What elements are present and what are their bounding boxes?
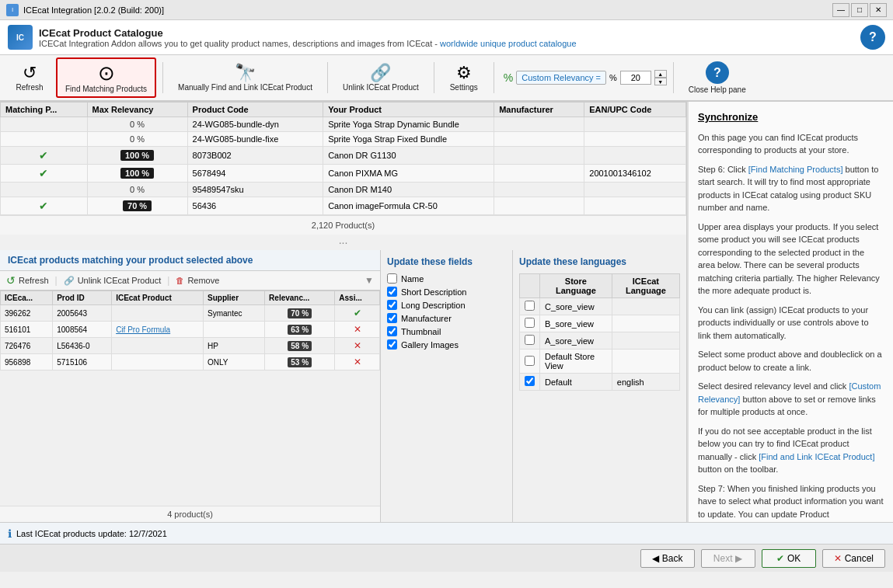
bottom-section: ICEcat products matching your product se… [0, 250, 686, 522]
table-row[interactable]: 0 % 24-WG085-bundle-fixe Sprite Yoga Str… [1, 132, 686, 147]
minimize-button[interactable]: — [832, 3, 849, 17]
matching-refresh-button[interactable]: ↺ Refresh [6, 274, 49, 287]
lang-checkbox[interactable] [525, 335, 535, 345]
status-text: Last ICEcat products update: 12/7/2021 [16, 529, 167, 538]
field-checkbox[interactable] [387, 273, 397, 284]
window-controls[interactable]: — □ ✕ [832, 3, 887, 17]
manual-find-label: Manually Find and Link ICEcat Product [178, 83, 312, 92]
ok-button[interactable]: ✔ OK [762, 549, 816, 568]
lang-checkbox[interactable] [525, 301, 535, 311]
matching-unlink-button[interactable]: 🔗 Unlink ICEcat Product [64, 276, 162, 286]
col-manufacturer: Manufacturer [494, 103, 584, 117]
cell-code: 56436 [187, 197, 323, 215]
col-supplier: Supplier [204, 291, 265, 305]
field-checkbox[interactable] [387, 300, 397, 310]
field-checkbox[interactable] [387, 287, 397, 297]
cell-ean [584, 117, 686, 132]
cell-assigned: ✕ [335, 338, 380, 354]
manual-find-button[interactable]: 🔭 Manually Find and Link ICEcat Product [169, 57, 321, 98]
cell-manufacturer [494, 165, 584, 183]
lang-checkbox-cell[interactable] [520, 350, 540, 374]
app-logo: IC [8, 25, 33, 50]
header-description: ICECat Integration Addon allows you to g… [39, 39, 577, 48]
matching-table-row[interactable]: 516101 1008564 Cif Pro Formula 63 % ✕ [1, 322, 380, 338]
back-label: Back [662, 553, 683, 564]
help-link[interactable]: [Find and Link ICEcat Product] [759, 452, 874, 461]
catalogue-link[interactable]: worldwide unique product catalogue [440, 39, 577, 48]
languages-table: Store Language ICEcat Language C_sore_vi… [519, 273, 680, 391]
cell-icecat-product: Cif Pro Formula [112, 322, 204, 338]
cell-code: 95489547sku [187, 183, 323, 197]
cell-product: Canon DR M140 [323, 183, 494, 197]
help-paragraph: Upper area displays your products. If yo… [698, 221, 884, 297]
matching-unlink-icon: 🔗 [64, 276, 75, 286]
cell-product: Canon PIXMA MG [323, 165, 494, 183]
lang-checkbox[interactable] [525, 318, 535, 328]
help-link[interactable]: [Custom Relevancy] [698, 381, 881, 404]
relevancy-spinner[interactable]: ▲ ▼ [654, 70, 667, 85]
lang-checkbox-cell[interactable] [520, 332, 540, 350]
matching-remove-button[interactable]: 🗑 Remove [176, 276, 219, 285]
cell-ean [584, 147, 686, 165]
matching-table-row[interactable]: 726476 L56436-0 HP 58 % ✕ [1, 338, 380, 354]
close-button[interactable]: ✕ [870, 3, 887, 17]
lang-checkbox-cell[interactable] [520, 298, 540, 315]
relevancy-up-button[interactable]: ▲ [654, 70, 667, 78]
refresh-button[interactable]: ↺ Refresh [6, 57, 53, 98]
field-checkbox[interactable] [387, 326, 397, 336]
back-button[interactable]: ◀ Back [640, 549, 695, 568]
custom-relevancy-button[interactable]: Custom Relevancy = [516, 71, 606, 85]
relevancy-down-button[interactable]: ▼ [654, 78, 667, 85]
find-matching-button[interactable]: ⊙ Find Matching Products [56, 57, 156, 98]
cell-supplier: HP [204, 338, 265, 354]
lang-checkbox[interactable] [525, 356, 535, 366]
table-row[interactable]: ✔ 100 % 5678494 Canon PIXMA MG 200100134… [1, 165, 686, 183]
matching-table-row[interactable]: 956898 5715106 ONLY 53 % ✕ [1, 354, 380, 371]
lang-table-row: B_sore_view [520, 315, 680, 332]
lang-table-row: Default english [520, 374, 680, 391]
close-help-button[interactable]: ? Close Help pane [680, 57, 755, 98]
toolbar-separator-5 [673, 62, 674, 93]
matching-table-row[interactable]: 396262 2005643 Symantec 70 % ✔ [1, 305, 380, 322]
lang-checkbox-cell[interactable] [520, 374, 540, 391]
table-row[interactable]: ✔ 70 % 56436 Canon imageFormula CR-50 [1, 197, 686, 215]
close-help-label: Close Help pane [689, 85, 746, 94]
help-button[interactable]: ? [860, 25, 885, 50]
cancel-button[interactable]: ✕ Cancel [822, 549, 885, 568]
table-row[interactable]: 0 % 24-WG085-bundle-dyn Sprite Yoga Stra… [1, 117, 686, 132]
settings-button[interactable]: ⚙ Settings [441, 57, 487, 98]
cell-relevancy: 100 % [87, 165, 187, 183]
matching-table-container[interactable]: ICEca... Prod ID ICEcat Product Supplier… [0, 291, 380, 506]
help-content: On this page you can find ICEcat product… [698, 131, 884, 521]
unlink-label: Unlink ICEcat Product [343, 83, 419, 92]
field-checkbox[interactable] [387, 313, 397, 323]
col-lang-check [520, 274, 540, 298]
unlink-button[interactable]: 🔗 Unlink ICEcat Product [334, 57, 427, 98]
lang-checkbox-cell[interactable] [520, 315, 540, 332]
cell-icecat-id: 726476 [1, 338, 53, 354]
maximize-button[interactable]: □ [851, 3, 868, 17]
products-table-container[interactable]: Matching P... Max Relevancy Product Code… [0, 102, 686, 215]
cell-ean [584, 183, 686, 197]
lang-checkbox[interactable] [525, 376, 535, 386]
field-checkbox[interactable] [387, 339, 397, 350]
table-row[interactable]: 0 % 95489547sku Canon DR M140 [1, 183, 686, 197]
field-label: Name [401, 274, 424, 284]
table-row[interactable]: ✔ 100 % 8073B002 Canon DR G1130 [1, 147, 686, 165]
lang-table-row: C_sore_view [520, 298, 680, 315]
store-lang-cell: A_sore_view [540, 332, 612, 350]
cell-check [1, 132, 88, 147]
matching-toolbar: ↺ Refresh | 🔗 Unlink ICEcat Product | 🗑 … [0, 271, 380, 291]
matching-remove-icon: 🗑 [176, 276, 184, 285]
relevancy-value-input[interactable] [620, 71, 651, 85]
next-button[interactable]: Next ▶ [701, 549, 755, 568]
field-item: Manufacturer [387, 313, 506, 323]
cell-code: 24-WG085-bundle-dyn [187, 117, 323, 132]
matching-dropdown-btn[interactable]: ▼ [365, 275, 374, 286]
help-paragraph: Select desired relevancy level and click… [698, 380, 884, 419]
cell-icecat-product [112, 354, 204, 371]
close-help-icon: ? [706, 61, 729, 84]
help-link[interactable]: [Find Matching Products] [748, 165, 843, 174]
store-lang-cell: Default [540, 374, 612, 391]
find-matching-icon: ⊙ [98, 63, 115, 83]
